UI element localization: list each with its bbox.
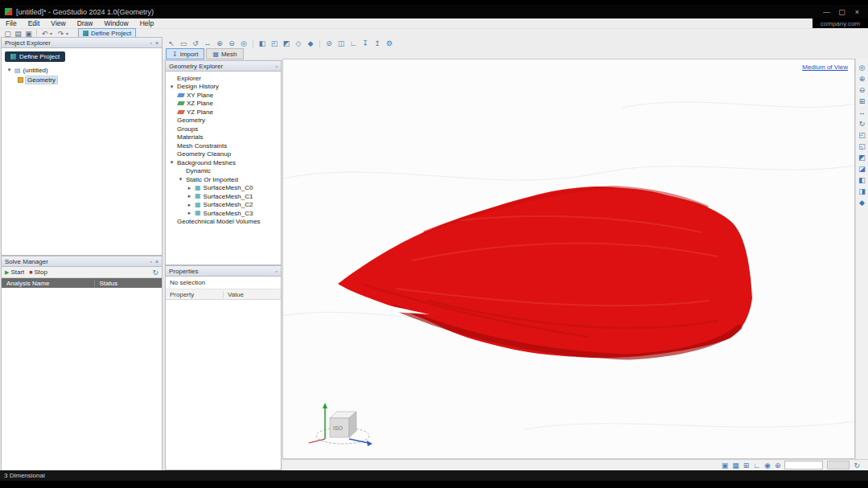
settings-icon[interactable]: ⚙ — [384, 39, 395, 47]
expander-icon[interactable]: ▾ — [178, 176, 183, 182]
zoom-out-icon[interactable]: ⊖ — [859, 86, 866, 94]
tree-item-xy-plane[interactable]: XY Plane — [166, 91, 281, 100]
tree-item-design-history[interactable]: ▾ Design History — [166, 83, 281, 92]
surface-mesh-red[interactable] — [338, 187, 752, 358]
tree-item-yz-plane[interactable]: YZ Plane — [166, 108, 281, 117]
pin-icon[interactable]: ▫ — [276, 64, 278, 69]
view-detail-link[interactable]: Medium of View — [802, 64, 848, 71]
import-icon[interactable]: ↧ — [360, 39, 371, 47]
close-panel-icon[interactable]: × — [155, 259, 158, 265]
axes-toggle-icon[interactable]: ∟ — [753, 461, 760, 470]
tab-import[interactable]: ↧ Import — [166, 48, 204, 59]
menu-draw[interactable]: Draw — [72, 19, 99, 27]
expander-icon[interactable]: ▸ — [187, 210, 192, 216]
maximize-button[interactable]: ▢ — [836, 8, 848, 16]
view-iso-icon[interactable]: ◆ — [859, 199, 865, 207]
grid-toggle-icon[interactable]: ⊞ — [743, 461, 750, 470]
tree-item-background-meshes[interactable]: ▾ Background Meshes — [166, 158, 281, 167]
layout-single-icon[interactable]: ▣ — [722, 461, 729, 470]
pan-icon[interactable]: ↔ — [202, 39, 213, 47]
expander-icon[interactable]: ▸ — [187, 193, 192, 199]
pin-icon[interactable]: ▫ — [150, 40, 151, 46]
rotate-icon[interactable]: ↻ — [859, 120, 866, 128]
tree-item-static-or-imported[interactable]: ▾ Static Or Imported — [166, 175, 281, 184]
refresh-view-icon[interactable]: ↻ — [854, 461, 860, 470]
tree-item-surfacemesh-c3[interactable]: ▸ ▦ SurfaceMesh_C3 — [166, 209, 281, 218]
tab-mesh[interactable]: ▦ Mesh — [206, 48, 243, 59]
pin-icon[interactable]: ▫ — [150, 259, 151, 265]
pan-icon[interactable]: ↔ — [858, 109, 866, 117]
view-front-icon[interactable]: ◧ — [257, 39, 268, 47]
menu-edit[interactable]: Edit — [23, 19, 46, 27]
zoom-window-icon[interactable]: ⊞ — [859, 97, 866, 105]
tree-item-surfacemesh-c1[interactable]: ▸ ▦ SurfaceMesh_C1 — [166, 192, 281, 201]
start-button[interactable]: ▶ Start — [5, 269, 24, 276]
wireframe-icon[interactable]: ◇ — [293, 39, 304, 47]
zoom-selection-icon[interactable]: ⊕ — [775, 461, 781, 470]
close-panel-icon[interactable]: × — [155, 40, 158, 46]
tree-item-materials[interactable]: Materials — [166, 133, 281, 142]
expander-icon[interactable]: ▸ — [187, 202, 192, 208]
tree-item-surfacemesh-c2[interactable]: ▸ ▦ SurfaceMesh_C2 — [166, 201, 281, 210]
view-front-icon[interactable]: ◧ — [858, 176, 866, 184]
export-icon[interactable]: ↥ — [372, 39, 383, 47]
save-icon[interactable]: ▣ — [23, 30, 34, 38]
view-right-icon[interactable]: ◪ — [858, 165, 866, 173]
tree-item-geometry[interactable]: Geometry — [166, 117, 281, 125]
measure-icon[interactable]: ∟ — [348, 39, 359, 47]
view-bottom-icon[interactable]: ◱ — [858, 142, 866, 150]
view-left-icon[interactable]: ◩ — [858, 154, 866, 162]
expander-icon[interactable]: ▾ — [6, 67, 12, 73]
zoom-in-icon[interactable]: ⊕ — [859, 75, 866, 83]
redo-icon[interactable]: ↷ — [56, 30, 66, 38]
axis-triad[interactable]: ISO — [309, 403, 372, 446]
redo-caret-icon[interactable]: ▾ — [66, 31, 72, 36]
view-top-icon[interactable]: ◰ — [858, 131, 866, 139]
menu-view[interactable]: View — [45, 19, 71, 27]
units-field[interactable] — [827, 461, 849, 470]
select-icon[interactable]: ↖ — [166, 39, 177, 47]
shaded-icon[interactable]: ◆ — [305, 39, 316, 47]
box-select-icon[interactable]: ▭ — [178, 39, 189, 47]
view-back-icon[interactable]: ◨ — [858, 187, 866, 195]
expander-icon[interactable]: ▾ — [169, 84, 175, 90]
open-icon[interactable]: ▤ — [13, 30, 23, 38]
define-project-button[interactable]: Define Project — [5, 51, 65, 62]
close-button[interactable]: × — [851, 8, 863, 16]
view-top-icon[interactable]: ◰ — [269, 39, 280, 47]
tree-item-xz-plane[interactable]: XZ Plane — [166, 100, 281, 109]
menu-file[interactable]: File — [0, 19, 23, 27]
rotate-icon[interactable]: ↺ — [190, 39, 201, 47]
minimize-button[interactable]: — — [821, 8, 833, 16]
layout-grid-icon[interactable]: ▦ — [732, 461, 739, 470]
expander-icon[interactable]: ▾ — [169, 159, 175, 166]
zoom-in-icon[interactable]: ⊕ — [214, 39, 225, 47]
tree-item-dynamic[interactable]: Dynamic — [166, 167, 281, 176]
snap-icon[interactable]: ◉ — [764, 461, 771, 470]
tree-item-groups[interactable]: Groups — [166, 125, 281, 133]
undo-icon[interactable]: ↶ — [39, 30, 50, 38]
zoom-extents-icon[interactable]: ◎ — [859, 64, 866, 72]
undo-caret-icon[interactable]: ▾ — [50, 31, 56, 36]
tree-item-surfacemesh-c0[interactable]: ▸ ▦ SurfaceMesh_C0 — [166, 184, 281, 193]
new-icon[interactable]: ▢ — [2, 30, 13, 38]
tree-item-geotechnical-model-volumes[interactable]: Geotechnical Model Volumes — [166, 218, 281, 227]
tree-item-geometry[interactable]: Geometry — [6, 75, 162, 84]
zoom-out-icon[interactable]: ⊖ — [226, 39, 237, 47]
scale-field[interactable] — [784, 461, 823, 470]
viewport-3d[interactable]: Medium of View — [282, 59, 855, 459]
menu-window[interactable]: Window — [98, 19, 134, 27]
refresh-icon[interactable]: ↻ — [152, 269, 158, 277]
hide-icon[interactable]: ⊘ — [323, 39, 335, 47]
tree-item-untitled[interactable]: ▾ ▤ (untitled) — [6, 65, 162, 75]
pin-icon[interactable]: ▫ — [276, 269, 278, 274]
menu-help[interactable]: Help — [134, 19, 159, 27]
zoom-fit-icon[interactable]: ◎ — [238, 39, 249, 47]
tree-item-geometry-cleanup[interactable]: Geometry Cleanup — [166, 150, 281, 159]
expander-icon[interactable]: ▸ — [187, 185, 192, 191]
section-icon[interactable]: ◫ — [335, 39, 347, 47]
view-iso-icon[interactable]: ◩ — [281, 39, 292, 47]
stop-button[interactable]: ■ Stop — [29, 269, 47, 276]
tree-item-mesh-constraints[interactable]: Mesh Constraints — [166, 141, 281, 150]
tree-item-explorer[interactable]: Explorer — [166, 74, 281, 83]
